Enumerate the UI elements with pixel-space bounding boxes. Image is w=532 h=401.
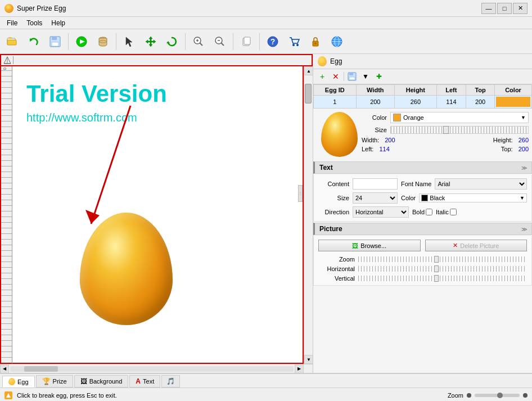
egg-header-icon bbox=[318, 56, 327, 66]
egg-toolbar: + ✕ ▼ ✚ bbox=[313, 69, 532, 84]
hscroll-track[interactable] bbox=[10, 366, 294, 372]
text-color-dropdown: ▼ bbox=[520, 195, 525, 201]
tab-music[interactable]: 🎵 bbox=[161, 375, 180, 388]
horizontal-slider[interactable] bbox=[358, 266, 527, 272]
menu-tools[interactable]: Tools bbox=[22, 18, 47, 28]
font-name-select[interactable]: Arial bbox=[435, 178, 527, 190]
cart-button[interactable] bbox=[284, 31, 304, 52]
menu-help[interactable]: Help bbox=[47, 18, 70, 28]
browse-label: Browse... bbox=[360, 242, 386, 249]
delete-egg-button[interactable]: ✕ bbox=[330, 71, 341, 82]
maximize-button[interactable]: □ bbox=[497, 3, 512, 14]
scroll-down-button[interactable]: ▼ bbox=[304, 355, 313, 364]
tab-prize-label: Prize bbox=[53, 378, 67, 385]
tab-egg-icon bbox=[8, 378, 15, 385]
zoom-in-button[interactable] bbox=[188, 31, 209, 52]
horizontal-slider-row: Horizontal bbox=[318, 265, 527, 272]
zoom-slider[interactable] bbox=[358, 256, 527, 262]
svg-marker-13 bbox=[166, 41, 170, 43]
egg-save-button[interactable] bbox=[346, 71, 358, 82]
add-egg-button[interactable]: + bbox=[317, 71, 328, 82]
svg-marker-11 bbox=[126, 37, 132, 47]
tab-egg[interactable]: Egg bbox=[2, 376, 35, 388]
zoom-decrease-button[interactable] bbox=[467, 393, 471, 398]
vscroll-thumb[interactable] bbox=[305, 84, 312, 103]
horizontal-slider-thumb[interactable] bbox=[434, 265, 439, 272]
height-value: 260 bbox=[519, 137, 529, 143]
minimize-button[interactable]: — bbox=[481, 3, 496, 14]
italic-checkbox[interactable] bbox=[450, 209, 457, 215]
vertical-slider-thumb[interactable] bbox=[434, 275, 439, 282]
egg-add2-button[interactable]: ✚ bbox=[373, 71, 385, 82]
svg-line-20 bbox=[222, 43, 224, 46]
text-size-select[interactable]: 24 bbox=[353, 192, 398, 204]
tab-text[interactable]: A Text bbox=[129, 375, 160, 388]
close-button[interactable]: ✕ bbox=[513, 3, 528, 14]
text-section-header[interactable]: Text ≫ bbox=[313, 161, 532, 174]
scroll-left-button[interactable]: ◀ bbox=[0, 364, 9, 373]
scroll-up-button[interactable]: ▲ bbox=[304, 66, 313, 75]
copy-button[interactable] bbox=[236, 31, 256, 52]
zoom-slider-thumb[interactable] bbox=[434, 256, 439, 263]
color-dropdown-icon: ▼ bbox=[521, 115, 526, 120]
picture-section-title: Picture bbox=[319, 225, 342, 233]
size-row: Size bbox=[362, 126, 529, 134]
position-row: Left: 114 Top: 200 bbox=[362, 146, 529, 152]
picture-section-header[interactable]: Picture ≫ bbox=[313, 223, 532, 235]
menu-file[interactable]: File bbox=[2, 18, 22, 28]
database-button[interactable] bbox=[93, 31, 113, 52]
zoom-bar-thumb[interactable] bbox=[497, 393, 503, 398]
direction-row: Direction Horizontal Bold Italic bbox=[318, 206, 527, 218]
bottom-tabs: Egg 🏆 Prize 🖼 Background A Text 🎵 bbox=[0, 373, 532, 388]
scroll-right-button[interactable]: ▶ bbox=[295, 364, 304, 373]
dimensions-row: Width: 200 Height: 260 bbox=[362, 137, 529, 143]
zoom-slider-bar[interactable] bbox=[475, 394, 520, 397]
toolbar-separator-2 bbox=[116, 33, 116, 50]
vertical-slider[interactable] bbox=[358, 276, 527, 281]
help-button[interactable]: ? bbox=[263, 31, 283, 52]
zoom-out-button[interactable] bbox=[210, 31, 230, 52]
svg-rect-6 bbox=[52, 42, 58, 46]
bold-checkbox[interactable] bbox=[426, 209, 432, 215]
text-color-label: Color bbox=[401, 195, 416, 201]
italic-text: Italic bbox=[436, 209, 449, 215]
egg-down-button[interactable]: ▼ bbox=[360, 71, 371, 82]
zoom-slider-row: Zoom bbox=[318, 256, 527, 263]
size-slider[interactable] bbox=[390, 126, 529, 134]
undo-button[interactable] bbox=[24, 31, 44, 52]
hscroll-thumb[interactable] bbox=[24, 366, 58, 372]
tab-music-icon: 🎵 bbox=[166, 377, 175, 385]
ruler-vertical: 0 bbox=[0, 66, 12, 364]
tab-prize[interactable]: 🏆 Prize bbox=[36, 375, 73, 388]
svg-rect-2 bbox=[7, 40, 16, 45]
vertical-scrollbar: ▲ ▼ bbox=[304, 66, 313, 364]
globe-button[interactable] bbox=[327, 31, 347, 52]
svg-rect-40 bbox=[349, 73, 353, 75]
height-label: Height: bbox=[493, 137, 513, 143]
content-input[interactable] bbox=[353, 178, 398, 190]
text-color-select[interactable]: Black ▼ bbox=[419, 193, 527, 202]
tab-text-icon: A bbox=[136, 377, 141, 385]
color-select[interactable]: Orange ▼ bbox=[390, 112, 529, 123]
zoom-increase-button[interactable] bbox=[523, 393, 528, 398]
direction-select[interactable]: Horizontal bbox=[353, 206, 409, 218]
toolbar-separator-5 bbox=[259, 33, 260, 50]
top-value: 200 bbox=[519, 146, 529, 152]
select-button[interactable] bbox=[119, 31, 139, 52]
lock-button[interactable] bbox=[305, 31, 326, 52]
delete-picture-button[interactable]: ✕ Delete Picture bbox=[425, 240, 528, 251]
vertical-handle[interactable]: ⋮ bbox=[298, 185, 303, 202]
main-area: 0 50 100 150 200 250 300 350 400 450 0 bbox=[0, 54, 532, 373]
menu-bar: File Tools Help bbox=[0, 17, 532, 29]
move-button[interactable] bbox=[141, 31, 161, 52]
play-button[interactable] bbox=[71, 31, 92, 52]
save-button[interactable] bbox=[45, 31, 65, 52]
browse-button[interactable]: 🖼 Browse... bbox=[318, 240, 421, 251]
delete-label: Delete Picture bbox=[460, 242, 499, 249]
refresh-button[interactable] bbox=[162, 31, 182, 52]
vscroll-track[interactable] bbox=[304, 75, 313, 355]
open-button[interactable] bbox=[2, 31, 22, 52]
tab-background[interactable]: 🖼 Background bbox=[74, 375, 129, 388]
size-slider-thumb[interactable] bbox=[443, 126, 449, 134]
vertical-slider-row: Vertical bbox=[318, 275, 527, 282]
